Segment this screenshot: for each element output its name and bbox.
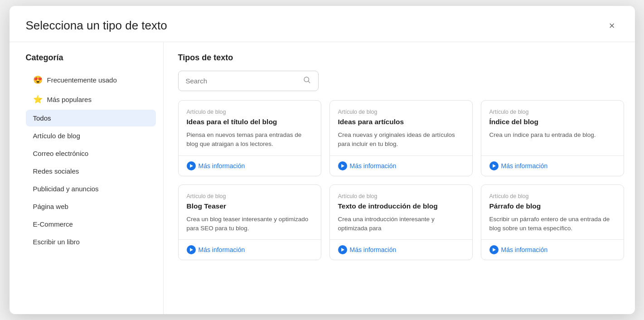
- card-category-3: Artículo de blog: [187, 193, 313, 199]
- card-3: Artículo de blogBlog TeaserCrea un blog …: [178, 184, 321, 261]
- sidebar-items: 😍Frecuentemente usado⭐Más popularesTodos…: [26, 71, 156, 250]
- more-info-label-3: Más información: [199, 246, 245, 253]
- card-footer-3: Más información: [179, 239, 321, 260]
- sidebar-item-pagina[interactable]: Página web: [26, 198, 156, 215]
- play-icon-4: [338, 245, 347, 254]
- card-desc-0: Piensa en nuevos temas para entradas de …: [187, 131, 313, 149]
- card-desc-2: Crea un índice para tu entrada de blog.: [489, 131, 615, 140]
- modal: Selecciona un tipo de texto × Categoría …: [10, 6, 635, 314]
- card-desc-4: Crea una introducción interesante y opti…: [338, 215, 464, 233]
- more-info-button-5[interactable]: Más información: [489, 245, 548, 254]
- sidebar-item-publicidad[interactable]: Publicidad y anuncios: [26, 180, 156, 197]
- sidebar-label-todos: Todos: [33, 114, 51, 122]
- more-info-button-3[interactable]: Más información: [187, 245, 245, 254]
- card-footer-4: Más información: [330, 239, 472, 260]
- play-icon-1: [338, 161, 347, 170]
- sidebar-item-ecommerce[interactable]: E-Commerce: [26, 216, 156, 233]
- sidebar: Categoría 😍Frecuentemente usado⭐Más popu…: [10, 42, 164, 314]
- more-info-label-4: Más información: [350, 246, 397, 253]
- card-desc-5: Escribir un párrafo entero de una entrad…: [489, 215, 615, 233]
- card-title-1: Ideas para artículos: [338, 118, 464, 126]
- card-0: Artículo de blogIdeas para el título del…: [178, 100, 321, 176]
- card-category-0: Artículo de blog: [187, 109, 313, 115]
- card-body-0: Artículo de blogIdeas para el título del…: [179, 101, 321, 155]
- sidebar-label-redes: Redes sociales: [33, 167, 79, 175]
- play-icon-0: [187, 161, 196, 170]
- card-body-5: Artículo de blogPárrafo de blogEscribir …: [481, 185, 624, 240]
- card-5: Artículo de blogPárrafo de blogEscribir …: [481, 184, 624, 261]
- card-footer-5: Más información: [481, 239, 624, 260]
- sidebar-item-todos[interactable]: Todos: [26, 110, 156, 126]
- sidebar-title: Categoría: [26, 53, 156, 63]
- sidebar-icon-populares: ⭐: [33, 95, 43, 104]
- more-info-label-1: Más información: [350, 162, 397, 170]
- sidebar-item-populares[interactable]: ⭐Más populares: [26, 90, 156, 109]
- sidebar-item-articulo[interactable]: Artículo de blog: [26, 127, 156, 144]
- card-body-2: Artículo de blogÍndice del blogCrea un í…: [481, 101, 624, 155]
- play-icon-3: [187, 245, 196, 254]
- search-input[interactable]: [186, 77, 299, 85]
- card-4: Artículo de blogTexto de introducción de…: [329, 184, 473, 261]
- sidebar-label-ecommerce: E-Commerce: [33, 220, 73, 228]
- card-1: Artículo de blogIdeas para artículosCrea…: [329, 100, 473, 176]
- card-2: Artículo de blogÍndice del blogCrea un í…: [481, 100, 624, 176]
- more-info-button-4[interactable]: Más información: [338, 245, 397, 254]
- main-title: Tipos de texto: [178, 53, 624, 63]
- sidebar-item-libro[interactable]: Escribir un libro: [26, 233, 156, 250]
- more-info-button-1[interactable]: Más información: [338, 161, 397, 170]
- close-button[interactable]: ×: [605, 19, 619, 33]
- more-info-label-5: Más información: [501, 246, 548, 253]
- modal-header: Selecciona un tipo de texto ×: [10, 6, 635, 42]
- card-footer-1: Más información: [330, 155, 472, 176]
- card-category-2: Artículo de blog: [489, 109, 615, 115]
- sidebar-item-redes[interactable]: Redes sociales: [26, 163, 156, 179]
- main-content: Tipos de texto Artículo de blogIdeas par…: [164, 42, 635, 314]
- card-category-4: Artículo de blog: [338, 193, 464, 199]
- sidebar-label-pagina: Página web: [33, 203, 68, 210]
- card-category-1: Artículo de blog: [338, 109, 464, 115]
- card-desc-1: Crea nuevas y originales ideas de artícu…: [338, 131, 464, 149]
- card-footer-0: Más información: [179, 155, 321, 176]
- card-title-2: Índice del blog: [489, 118, 615, 126]
- play-icon-2: [489, 161, 499, 170]
- sidebar-icon-frecuentemente: 😍: [33, 75, 43, 85]
- card-body-1: Artículo de blogIdeas para artículosCrea…: [330, 101, 472, 155]
- card-category-5: Artículo de blog: [489, 193, 615, 199]
- sidebar-label-frecuentemente: Frecuentemente usado: [47, 76, 117, 84]
- search-box: [178, 71, 319, 91]
- card-title-5: Párrafo de blog: [489, 202, 615, 210]
- play-icon-5: [489, 245, 499, 254]
- sidebar-label-articulo: Artículo de blog: [33, 132, 80, 140]
- sidebar-item-correo[interactable]: Correo electrónico: [26, 145, 156, 162]
- svg-point-0: [304, 77, 309, 82]
- cards-grid: Artículo de blogIdeas para el título del…: [178, 100, 624, 271]
- card-title-4: Texto de introducción de blog: [338, 202, 464, 210]
- card-title-3: Blog Teaser: [187, 202, 313, 210]
- card-title-0: Ideas para el título del blog: [187, 118, 313, 126]
- more-info-button-0[interactable]: Más información: [187, 161, 245, 170]
- card-desc-3: Crea un blog teaser interesante y optimi…: [187, 215, 313, 233]
- svg-line-1: [308, 81, 310, 82]
- sidebar-label-publicidad: Publicidad y anuncios: [33, 185, 99, 193]
- sidebar-label-populares: Más populares: [47, 96, 92, 103]
- sidebar-item-frecuentemente[interactable]: 😍Frecuentemente usado: [26, 71, 156, 89]
- modal-body: Categoría 😍Frecuentemente usado⭐Más popu…: [10, 42, 635, 314]
- card-footer-2: Más información: [481, 155, 624, 176]
- sidebar-label-libro: Escribir un libro: [33, 238, 80, 246]
- more-info-label-0: Más información: [199, 162, 245, 170]
- search-icon: [303, 76, 311, 86]
- more-info-label-2: Más información: [501, 162, 548, 170]
- more-info-button-2[interactable]: Más información: [489, 161, 548, 170]
- card-body-4: Artículo de blogTexto de introducción de…: [330, 185, 472, 240]
- card-body-3: Artículo de blogBlog TeaserCrea un blog …: [179, 185, 321, 240]
- modal-title: Selecciona un tipo de texto: [26, 19, 167, 33]
- sidebar-label-correo: Correo electrónico: [33, 150, 89, 157]
